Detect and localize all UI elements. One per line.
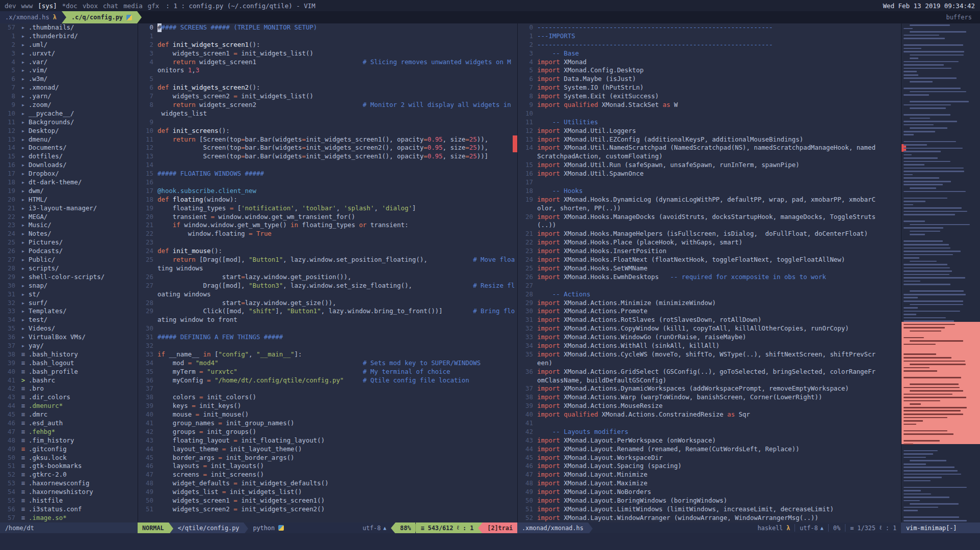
- code-line[interactable]: 33import XMonad.Actions.WindowGo (runOrR…: [518, 333, 901, 342]
- code-line[interactable]: 48 widget_defaults = init_widgets_defaul…: [138, 479, 517, 488]
- workspace-tag[interactable]: www: [19, 2, 36, 10]
- tree-item[interactable]: 15▸dotfiles/: [0, 152, 138, 161]
- code-line[interactable]: 40import qualified XMonad.Actions.Constr…: [518, 410, 901, 419]
- code-line[interactable]: 42 -- Layouts modifiers: [518, 428, 901, 436]
- code-line[interactable]: 25 return [Drag([mod], "Button1", lazy.w…: [138, 256, 517, 264]
- code-line[interactable]: 11 return [Screen(top=bar.Bar(widgets=in…: [138, 135, 517, 144]
- code-line[interactable]: 48import XMonad.Layout.Maximize: [518, 479, 901, 488]
- code-line[interactable]: 41: [518, 419, 901, 428]
- tree-item[interactable]: 5▸.vim/: [0, 66, 138, 75]
- code-line[interactable]: 10: [518, 109, 901, 118]
- code-line[interactable]: ating window to front: [138, 316, 517, 324]
- code-line[interactable]: 17: [518, 178, 901, 187]
- code-line[interactable]: 40 mouse = init_mouse(): [138, 410, 517, 419]
- code-line[interactable]: 30: [138, 324, 517, 333]
- code-line[interactable]: 45 border_args = init_border_args(): [138, 454, 517, 462]
- tree-item[interactable]: 23▸Music/: [0, 221, 138, 230]
- tree-item[interactable]: 37▸yay/: [0, 342, 138, 350]
- tree-item[interactable]: 13▸dmenu/: [0, 135, 138, 144]
- code-line[interactable]: 25import XMonad.Hooks.SetWMName: [518, 264, 901, 273]
- tree-item[interactable]: 39≡.bash_logout: [0, 359, 138, 368]
- code-line[interactable]: 13 Screen(top=bar.Bar(widgets=init_widge…: [138, 152, 517, 161]
- code-line[interactable]: 42 groups = init_groups(): [138, 428, 517, 436]
- code-line[interactable]: 47import XMonad.Layout.Minimize: [518, 471, 901, 479]
- editor-config-py[interactable]: # 0##### SCREENS ##### (TRIPLE MONITOR S…: [138, 23, 517, 522]
- tree-item[interactable]: 42≡.bro: [0, 384, 138, 393]
- code-line[interactable]: 16: [138, 178, 517, 187]
- tab-xmonad-hs[interactable]: .x/xmonad.hs λ: [0, 11, 62, 23]
- code-line[interactable]: 33if __name__ in ["config", "__main__"]:: [138, 350, 517, 359]
- minimap[interactable]: [901, 23, 980, 522]
- code-line[interactable]: 46import XMonad.Layout.Spacing (spacing): [518, 462, 901, 471]
- tree-item[interactable]: 25▸Pictures/: [0, 238, 138, 247]
- tree-item[interactable]: 9▸.zoom/: [0, 101, 138, 109]
- code-line[interactable]: ScratchpadAction, customFloating): [518, 152, 901, 161]
- code-line[interactable]: 39import XMonad.Actions.MouseResize: [518, 402, 901, 410]
- tree-item[interactable]: 4▸.var/: [0, 58, 138, 67]
- workspace-tag[interactable]: [sys]: [35, 2, 60, 10]
- tree-item[interactable]: 14▸Documents/: [0, 144, 138, 152]
- tree-item[interactable]: 17▸Dropbox/: [0, 170, 138, 178]
- code-line[interactable]: 2---------------------------------------…: [518, 41, 901, 49]
- code-line[interactable]: 20import XMonad.Hooks.ManageDocks (avoid…: [518, 213, 901, 222]
- code-line[interactable]: 18 -- Hooks: [518, 187, 901, 196]
- code-line[interactable]: 16import XMonad.Util.SpawnOnce: [518, 170, 901, 178]
- tree-item[interactable]: 50≡.gksu.lock: [0, 454, 138, 462]
- code-line[interactable]: 19 floating_types = ['notification', 'to…: [138, 204, 517, 213]
- tree-item[interactable]: 38≡.bash_history: [0, 350, 138, 359]
- code-line[interactable]: 23: [138, 238, 517, 247]
- tree-item[interactable]: 8▸.yarn/: [0, 92, 138, 101]
- code-line[interactable]: 18def floating(window):: [138, 196, 517, 204]
- code-line[interactable]: 39 keys = init_keys(): [138, 402, 517, 410]
- tree-item[interactable]: 20▸HTML/: [0, 196, 138, 204]
- code-line[interactable]: 7 widgets_screen2 = init_widgets_list(): [138, 92, 517, 101]
- code-line[interactable]: 38 colors = init_colors(): [138, 393, 517, 402]
- code-line[interactable]: 36import XMonad.Actions.GridSelect (GSCo…: [518, 368, 901, 376]
- code-line[interactable]: 14: [138, 161, 517, 170]
- tree-item[interactable]: 3▸.urxvt/: [0, 49, 138, 58]
- code-line[interactable]: 23import XMonad.Hooks.InsertPosition: [518, 247, 901, 256]
- code-line[interactable]: 36 myConfig = "/home/dt/.config/qtile/co…: [138, 376, 517, 385]
- code-line[interactable]: 35 myTerm = "urxvtc" # My terminal of ch…: [138, 368, 517, 376]
- code-line[interactable]: 28 start=lazy.window.get_size()),: [138, 299, 517, 308]
- tree-item[interactable]: 36▸VirtualBox VMs/: [0, 333, 138, 342]
- command-line[interactable]: [0, 533, 980, 550]
- code-line[interactable]: 13import XMonad.Util.EZConfig (additiona…: [518, 135, 901, 144]
- tree-item[interactable]: 48≡.fim_history: [0, 436, 138, 445]
- tree-item[interactable]: 34▸test/: [0, 316, 138, 324]
- tree-item[interactable]: 24▸Notes/: [0, 230, 138, 238]
- code-line[interactable]: 22 window.floating = True: [138, 230, 517, 238]
- tree-item[interactable]: 46≡.esd_auth: [0, 419, 138, 428]
- tree-item[interactable]: 19▸dwm/: [0, 187, 138, 196]
- tree-item[interactable]: 57▸.thumbnails/: [0, 23, 138, 32]
- tree-item[interactable]: 6▸.w3m/: [0, 75, 138, 84]
- code-line[interactable]: 29 Click([mod, "shift"], "Button1", lazy…: [138, 307, 517, 316]
- code-line[interactable]: widgets_list: [138, 109, 517, 118]
- code-line[interactable]: 43import XMonad.Layout.PerWorkspace (onW…: [518, 436, 901, 445]
- workspace-tag[interactable]: dev: [2, 2, 19, 10]
- tree-item[interactable]: 12▸Desktop/: [0, 127, 138, 135]
- code-line[interactable]: 30import XMonad.Actions.Promote: [518, 307, 901, 316]
- code-line[interactable]: 14import XMonad.Util.NamedScratchpad (Na…: [518, 144, 901, 152]
- code-line[interactable]: 49import XMonad.Layout.NoBorders: [518, 488, 901, 497]
- code-line[interactable]: 35import XMonad.Actions.CycleWS (moveTo,…: [518, 350, 901, 359]
- workspace-tag[interactable]: *doc: [60, 2, 80, 10]
- code-line[interactable]: omClassName, buildDefaultGSConfig): [518, 376, 901, 385]
- tree-item[interactable]: 44≡.dmenurc*: [0, 402, 138, 410]
- code-line[interactable]: oating windows: [138, 290, 517, 299]
- code-line[interactable]: 3 -- Base: [518, 49, 901, 58]
- code-line[interactable]: (..)): [518, 221, 901, 230]
- code-line[interactable]: 38import XMonad.Actions.Warp (warpToWind…: [518, 393, 901, 402]
- code-line[interactable]: 21import XMonad.Hooks.ManageHelpers (isF…: [518, 230, 901, 238]
- code-line[interactable]: 7import System.IO (hPutStrLn): [518, 84, 901, 92]
- tree-item[interactable]: 54≡.haxornewshistory: [0, 488, 138, 497]
- code-line[interactable]: 27: [518, 282, 901, 290]
- tree-item[interactable]: 33▸Templates/: [0, 307, 138, 316]
- code-line[interactable]: een): [518, 359, 901, 368]
- tree-item[interactable]: 28▸scripts/: [0, 264, 138, 273]
- tab-config-py[interactable]: .c/q/config.py: [66, 11, 137, 23]
- tree-item[interactable]: 18▸dt-dark-theme/: [0, 178, 138, 187]
- tree-item[interactable]: 10▸__pycache__/: [0, 109, 138, 118]
- code-line[interactable]: 5import XMonad.Config.Desktop: [518, 66, 901, 75]
- tree-item[interactable]: 55≡.histfile: [0, 497, 138, 505]
